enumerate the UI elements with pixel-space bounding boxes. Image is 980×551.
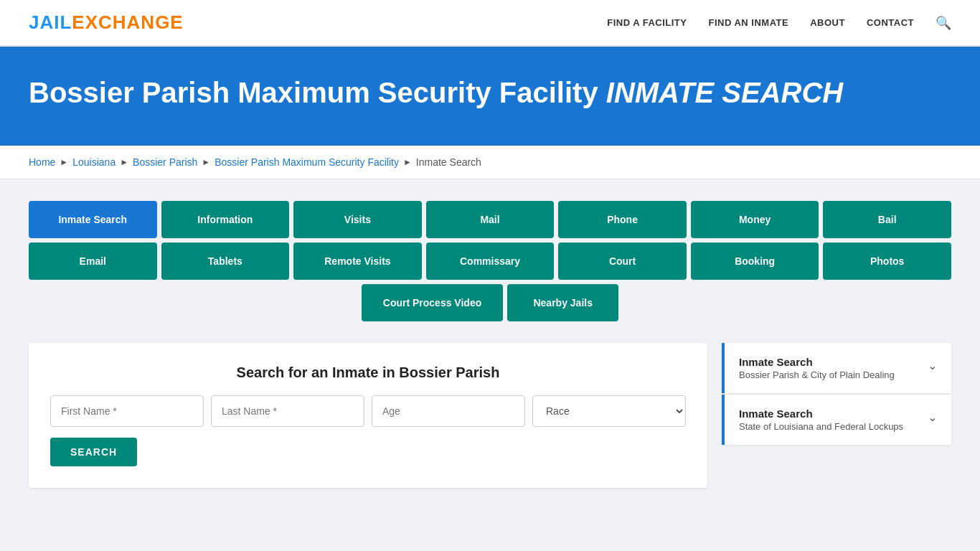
breadcrumb: Home ► Louisiana ► Bossier Parish ► Boss… bbox=[0, 146, 980, 179]
search-card: Search for an Inmate in Bossier Parish R… bbox=[29, 343, 707, 488]
tab-photos[interactable]: Photos bbox=[823, 242, 951, 280]
sidebar-card-bossier[interactable]: Inmate Search Bossier Parish & City of P… bbox=[722, 343, 951, 393]
tab-row-1: Inmate Search Information Visits Mail Ph… bbox=[29, 201, 951, 238]
sidebar-card-bossier-sub: Bossier Parish & City of Plain Dealing bbox=[739, 369, 895, 380]
breadcrumb-facility[interactable]: Bossier Parish Maximum Security Facility bbox=[215, 156, 399, 168]
tab-court-process-video[interactable]: Court Process Video bbox=[362, 284, 503, 321]
sidebar-card-louisiana-label: Inmate Search bbox=[739, 408, 903, 420]
tab-phone[interactable]: Phone bbox=[558, 201, 687, 238]
page-title: Bossier Parish Maximum Security Facility… bbox=[29, 75, 951, 110]
tab-tablets[interactable]: Tablets bbox=[161, 242, 290, 280]
tab-information[interactable]: Information bbox=[161, 201, 290, 238]
logo-jail: JAIL bbox=[29, 11, 72, 33]
tab-inmate-search[interactable]: Inmate Search bbox=[29, 201, 157, 238]
tab-money[interactable]: Money bbox=[691, 201, 819, 238]
tab-remote-visits[interactable]: Remote Visits bbox=[293, 242, 422, 280]
chevron-down-icon-2: ⌄ bbox=[928, 410, 937, 424]
breadcrumb-sep-1: ► bbox=[60, 157, 68, 167]
sidebar: Inmate Search Bossier Parish & City of P… bbox=[722, 343, 951, 445]
tab-court[interactable]: Court bbox=[558, 242, 687, 280]
nav-find-inmate[interactable]: FIND AN INMATE bbox=[708, 17, 788, 28]
breadcrumb-bossier-parish[interactable]: Bossier Parish bbox=[133, 156, 197, 168]
nav-about[interactable]: ABOUT bbox=[810, 17, 845, 28]
search-inputs: Race White Black Hispanic Asian Other bbox=[50, 395, 686, 427]
race-select[interactable]: Race White Black Hispanic Asian Other bbox=[532, 395, 686, 427]
nav-contact[interactable]: CONTACT bbox=[867, 17, 914, 28]
search-icon[interactable]: 🔍 bbox=[936, 15, 951, 31]
sidebar-card-bossier-label: Inmate Search bbox=[739, 356, 895, 368]
site-header: JAILEXCHANGE FIND A FACILITY FIND AN INM… bbox=[0, 0, 980, 47]
content-row: Search for an Inmate in Bossier Parish R… bbox=[29, 343, 951, 488]
age-input[interactable] bbox=[372, 395, 525, 427]
tab-nearby-jails[interactable]: Nearby Jails bbox=[507, 284, 618, 321]
tab-email[interactable]: Email bbox=[29, 242, 157, 280]
tab-bail[interactable]: Bail bbox=[823, 201, 951, 238]
tab-commissary[interactable]: Commissary bbox=[426, 242, 555, 280]
tab-visits[interactable]: Visits bbox=[293, 201, 422, 238]
breadcrumb-home[interactable]: Home bbox=[29, 156, 55, 168]
logo-exchange: EXCHANGE bbox=[72, 11, 183, 33]
tab-row-3: Court Process Video Nearby Jails bbox=[29, 284, 951, 321]
breadcrumb-sep-2: ► bbox=[120, 157, 128, 167]
nav-find-facility[interactable]: FIND A FACILITY bbox=[607, 17, 687, 28]
hero-section: Bossier Parish Maximum Security Facility… bbox=[0, 47, 980, 146]
breadcrumb-sep-3: ► bbox=[202, 157, 210, 167]
main-content: Inmate Search Information Visits Mail Ph… bbox=[0, 179, 980, 509]
tab-row-2: Email Tablets Remote Visits Commissary C… bbox=[29, 242, 951, 280]
breadcrumb-sep-4: ► bbox=[403, 157, 412, 167]
tab-booking[interactable]: Booking bbox=[691, 242, 819, 280]
tab-mail[interactable]: Mail bbox=[426, 201, 555, 238]
breadcrumb-current: Inmate Search bbox=[416, 156, 481, 168]
site-logo[interactable]: JAILEXCHANGE bbox=[29, 11, 184, 34]
first-name-input[interactable] bbox=[50, 395, 204, 427]
last-name-input[interactable] bbox=[211, 395, 364, 427]
search-card-title: Search for an Inmate in Bossier Parish bbox=[50, 364, 686, 381]
sidebar-card-louisiana-sub: State of Louisiana and Federal Lockups bbox=[739, 421, 903, 432]
chevron-down-icon: ⌄ bbox=[928, 359, 937, 372]
sidebar-card-louisiana[interactable]: Inmate Search State of Louisiana and Fed… bbox=[722, 395, 951, 445]
main-nav: FIND A FACILITY FIND AN INMATE ABOUT CON… bbox=[607, 15, 951, 31]
breadcrumb-louisiana[interactable]: Louisiana bbox=[72, 156, 116, 168]
search-button[interactable]: SEARCH bbox=[50, 438, 137, 466]
